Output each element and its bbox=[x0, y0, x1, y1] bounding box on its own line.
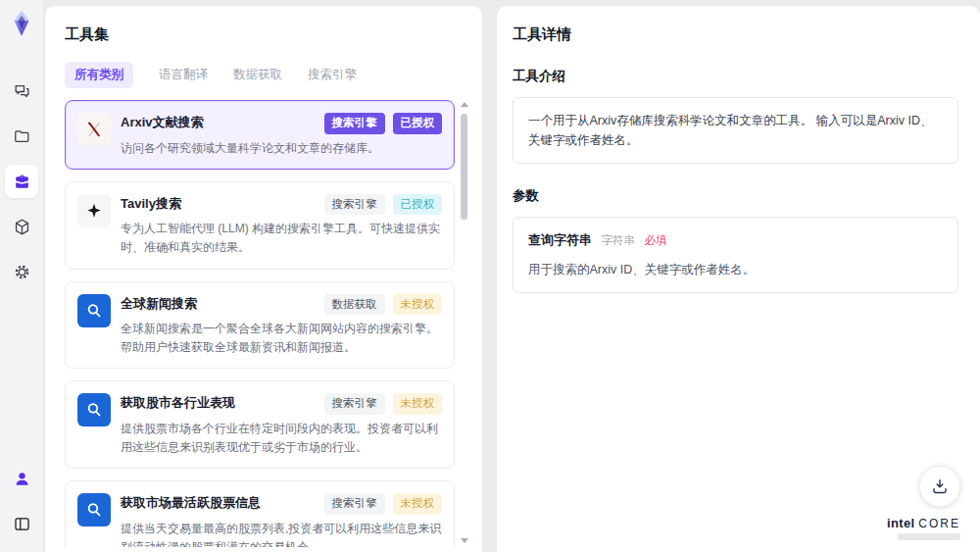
arxiv-icon bbox=[77, 113, 111, 146]
sidebar-item-settings[interactable] bbox=[5, 255, 38, 288]
status-badge: 未授权 bbox=[393, 493, 443, 515]
tool-name: 获取市场最活跃股票信息 bbox=[121, 493, 261, 512]
intel-core-logo: intelcore bbox=[887, 516, 960, 540]
brand-intel: intel bbox=[887, 516, 914, 530]
param-name: 查询字符串 bbox=[528, 232, 592, 247]
left-rail bbox=[0, 0, 44, 552]
chat-icon bbox=[13, 82, 31, 101]
gear-icon bbox=[13, 263, 31, 281]
category-badge: 数据获取 bbox=[324, 294, 385, 316]
toolset-title: 工具集 bbox=[65, 25, 468, 44]
tab-data-fetch[interactable]: 数据获取 bbox=[233, 62, 282, 88]
folder-icon bbox=[13, 127, 31, 146]
tool-description: 全球新闻搜索是一个聚合全球各大新闻网站内容的搜索引擎。帮助用户快速获取全球最新资… bbox=[121, 320, 442, 357]
tool-list: Arxiv文献搜索 搜索引擎 已授权 访问各个研究领域大量科学论文和文章的存储库… bbox=[65, 100, 468, 547]
param-required-flag: 必填 bbox=[644, 234, 666, 246]
category-badge: 搜索引擎 bbox=[324, 393, 385, 415]
param-type: 字符串 bbox=[601, 234, 635, 246]
tool-name: Tavily搜索 bbox=[121, 194, 181, 213]
detail-title: 工具详情 bbox=[513, 25, 958, 44]
category-tabs: 所有类别 语言翻译 数据获取 搜索引擎 bbox=[65, 62, 468, 88]
cube-icon bbox=[13, 218, 31, 236]
category-badge: 搜索引擎 bbox=[324, 113, 385, 134]
tool-description: 专为人工智能代理 (LLM) 构建的搜索引擎工具。可快速提供实时、准确和真实的结… bbox=[121, 220, 442, 257]
category-badge: 搜索引擎 bbox=[324, 493, 385, 515]
tool-card-most-active-stocks[interactable]: 获取市场最活跃股票信息 搜索引擎 未授权 提供当天交易量最高的股票列表,投资者可… bbox=[65, 480, 455, 547]
scroll-down-icon[interactable] bbox=[461, 538, 468, 543]
intro-heading: 工具介绍 bbox=[513, 68, 958, 85]
param-box: 查询字符串 字符串 必填 用于搜索的Arxiv ID、关键字或作者姓名。 bbox=[513, 217, 958, 293]
tool-card-arxiv[interactable]: Arxiv文献搜索 搜索引擎 已授权 访问各个研究领域大量科学论文和文章的存储库… bbox=[65, 100, 455, 170]
status-badge: 已授权 bbox=[393, 113, 443, 134]
status-badge: 已授权 bbox=[393, 194, 443, 216]
tool-card-tavily[interactable]: Tavily搜索 搜索引擎 已授权 专为人工智能代理 (LLM) 构建的搜索引擎… bbox=[65, 181, 455, 270]
status-badge: 未授权 bbox=[393, 294, 443, 316]
tool-description: 提供股票市场各个行业在特定时间段内的表现。投资者可以利用这些信息来识别表现优于或… bbox=[121, 420, 442, 457]
panel-toggle-button[interactable] bbox=[5, 507, 38, 540]
intro-box: 一个用于从Arxiv存储库搜索科学论文和文章的工具。 输入可以是Arxiv ID… bbox=[513, 97, 958, 164]
scrollbar-thumb[interactable] bbox=[461, 114, 467, 220]
tab-all-categories[interactable]: 所有类别 bbox=[65, 62, 133, 88]
tab-language-translation[interactable]: 语言翻译 bbox=[159, 62, 208, 88]
sidebar-item-toolset[interactable] bbox=[5, 165, 38, 198]
toolset-panel: 工具集 所有类别 语言翻译 数据获取 搜索引擎 Arxiv文献搜索 bbox=[45, 6, 482, 552]
list-scrollbar[interactable] bbox=[460, 102, 468, 547]
toolbox-icon bbox=[13, 173, 31, 191]
download-icon bbox=[930, 477, 950, 496]
stock-search-icon bbox=[77, 393, 111, 427]
params-heading: 参数 bbox=[513, 187, 958, 205]
tool-detail-panel: 工具详情 工具介绍 一个用于从Arxiv存储库搜索科学论文和文章的工具。 输入可… bbox=[497, 6, 980, 552]
param-description: 用于搜索的Arxiv ID、关键字或作者姓名。 bbox=[528, 260, 943, 279]
download-button[interactable] bbox=[919, 466, 960, 507]
intro-text: 一个用于从Arxiv存储库搜索科学论文和文章的工具。 输入可以是Arxiv ID… bbox=[528, 114, 933, 147]
app-window: 工具集 所有类别 语言翻译 数据获取 搜索引擎 Arxiv文献搜索 bbox=[0, 0, 980, 552]
tab-search-engine[interactable]: 搜索引擎 bbox=[308, 62, 357, 88]
stock-search-icon bbox=[77, 493, 111, 527]
tool-card-global-news[interactable]: 全球新闻搜索 数据获取 未授权 全球新闻搜索是一个聚合全球各大新闻网站内容的搜索… bbox=[65, 281, 455, 370]
status-badge: 未授权 bbox=[393, 393, 443, 415]
param-header: 查询字符串 字符串 必填 bbox=[528, 230, 943, 251]
tool-description: 访问各个研究领域大量科学论文和文章的存储库。 bbox=[121, 139, 442, 158]
news-search-icon bbox=[77, 294, 111, 327]
tool-description: 提供当天交易量最高的股票列表,投资者可以利用这些信息来识别流动性强的股票和潜在的… bbox=[121, 520, 442, 547]
tool-card-sector-performance[interactable]: 获取股市各行业表现 搜索引擎 未授权 提供股票市场各个行业在特定时间段内的表现。… bbox=[65, 380, 455, 469]
scroll-up-icon[interactable] bbox=[461, 102, 468, 107]
category-badge: 搜索引擎 bbox=[324, 194, 385, 216]
sidebar-item-packages[interactable] bbox=[5, 210, 38, 243]
brand-core: core bbox=[918, 517, 960, 530]
tool-name: 全球新闻搜索 bbox=[121, 294, 197, 313]
user-avatar-icon bbox=[13, 470, 31, 488]
sidebar-item-files[interactable] bbox=[5, 120, 38, 153]
brand-subtext bbox=[898, 533, 960, 540]
sidebar-item-chat[interactable] bbox=[5, 75, 38, 108]
app-logo-icon[interactable] bbox=[8, 10, 35, 37]
tool-name: Arxiv文献搜索 bbox=[121, 113, 204, 131]
user-avatar[interactable] bbox=[5, 462, 38, 495]
tool-name: 获取股市各行业表现 bbox=[121, 393, 235, 412]
panel-toggle-icon bbox=[13, 515, 31, 533]
tavily-icon bbox=[77, 194, 111, 227]
